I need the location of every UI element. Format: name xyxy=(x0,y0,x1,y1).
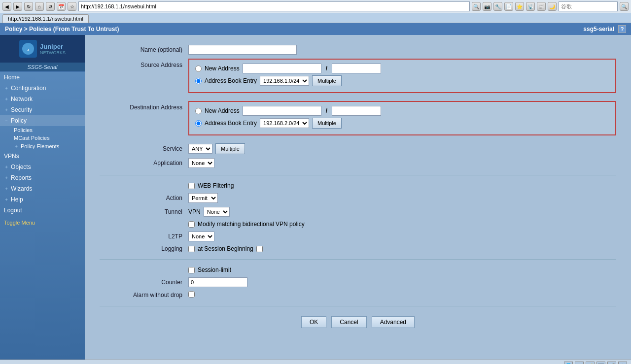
sidebar-item-policy-elements[interactable]: ＋ Policy Elements xyxy=(10,142,85,151)
sidebar-item-help[interactable]: ＋ Help xyxy=(0,194,85,205)
dest-new-ip-input[interactable] xyxy=(243,106,321,116)
source-address-book-radio[interactable] xyxy=(195,78,202,84)
web-filtering-label: WEB Filtering xyxy=(198,182,234,189)
dest-address-book-radio[interactable] xyxy=(195,120,202,127)
session-limit-control: Session-limit xyxy=(188,266,616,273)
dest-new-address-radio[interactable] xyxy=(195,108,202,114)
search-bar[interactable] xyxy=(559,1,618,11)
counter-label: Counter xyxy=(100,279,188,286)
browser-tab[interactable]: http://192.168.1.1/nswebui.html xyxy=(2,14,89,23)
source-address-book-row: Address Book Entry 192.168.1.0/24 Multip… xyxy=(195,75,609,86)
status-icon-5: 🎤 xyxy=(607,362,616,364)
toolbar-icon-5[interactable]: ⭐ xyxy=(515,2,524,11)
svg-text:J: J xyxy=(27,48,29,52)
modify-bidirectional-checkbox[interactable] xyxy=(188,221,195,228)
tab-bar: http://192.168.1.1/nswebui.html xyxy=(0,13,631,23)
alarm-row: Alarm without drop xyxy=(100,291,616,299)
reports-label: Reports xyxy=(11,174,32,181)
sidebar-item-reports[interactable]: ＋ Reports xyxy=(0,172,85,183)
application-select[interactable]: None xyxy=(188,158,214,168)
security-label: Security xyxy=(11,106,32,113)
counter-control xyxy=(188,277,616,287)
dest-multiple-button[interactable]: Multiple xyxy=(312,118,342,129)
service-select[interactable]: ANY xyxy=(188,144,212,154)
sidebar-item-mcast-policies[interactable]: MCast Policies xyxy=(10,134,85,142)
name-input[interactable] xyxy=(188,45,297,55)
toolbar-icon-3[interactable]: 🔧 xyxy=(493,2,502,11)
home-button[interactable]: ⌂ xyxy=(35,2,44,11)
toggle-menu-button[interactable]: Toggle Menu xyxy=(0,216,85,230)
sidebar-item-vpns[interactable]: VPNs xyxy=(0,151,85,162)
name-label: Name (optional) xyxy=(100,46,188,53)
toolbar-icon-2[interactable]: 📷 xyxy=(483,2,491,11)
sidebar-item-policies[interactable]: Policies xyxy=(10,126,85,134)
session-limit-label: Session-limit xyxy=(198,266,231,273)
policies-label: Policies xyxy=(14,127,33,133)
sidebar-item-objects[interactable]: ＋ Objects xyxy=(0,162,85,172)
logging-checkbox[interactable] xyxy=(188,246,195,252)
sidebar-item-logout[interactable]: Logout xyxy=(0,205,85,216)
dest-new-mask-input[interactable] xyxy=(332,106,381,116)
network-expand-icon: ＋ xyxy=(4,96,9,102)
history-button[interactable]: ↺ xyxy=(46,2,55,11)
device-name: ssg5-serial xyxy=(583,26,614,33)
mcast-label: MCast Policies xyxy=(14,135,50,141)
toolbar-icon-1[interactable]: 🔍 xyxy=(472,2,481,11)
source-new-mask-input[interactable] xyxy=(332,64,381,73)
service-multiple-button[interactable]: Multiple xyxy=(215,143,245,154)
logging-session-end-checkbox[interactable] xyxy=(256,246,263,252)
source-new-ip-input[interactable] xyxy=(243,64,321,73)
source-multiple-button[interactable]: Multiple xyxy=(312,75,342,86)
toolbar-icon-7[interactable]: 📰 xyxy=(537,2,546,11)
sidebar-item-home[interactable]: Home xyxy=(0,72,85,83)
toolbar-icon-4[interactable]: 📄 xyxy=(504,2,513,11)
help-label: Help xyxy=(11,196,23,203)
bookmark-star-icon[interactable]: ☆ xyxy=(68,2,76,11)
modify-bidirectional-row: Modify matching bidirectional VPN policy xyxy=(100,221,616,228)
status-bar: Edit 🌐 中 🌙 ⌨ 🎤 ⚙ xyxy=(0,360,631,364)
sidebar-item-configuration[interactable]: ＋ Configuration xyxy=(0,83,85,94)
toolbar-icon-6[interactable]: 📡 xyxy=(526,2,535,11)
web-filtering-checkbox[interactable] xyxy=(188,183,195,189)
cancel-button[interactable]: Cancel xyxy=(331,316,366,328)
source-address-book-select[interactable]: 192.168.1.0/24 xyxy=(260,76,309,86)
back-button[interactable]: ◀ xyxy=(2,2,11,11)
dest-address-book-select[interactable]: 192.168.2.0/24 xyxy=(260,118,309,128)
source-address-book-label: Address Book Entry xyxy=(205,77,257,84)
sidebar-item-network[interactable]: ＋ Network xyxy=(0,94,85,104)
alarm-checkbox[interactable] xyxy=(188,291,195,298)
dest-address-book-label: Address Book Entry xyxy=(205,120,257,127)
refresh-button[interactable]: ↻ xyxy=(24,2,33,11)
ok-button[interactable]: OK xyxy=(301,316,326,328)
tunnel-control: VPN None xyxy=(188,207,616,217)
session-limit-checkbox[interactable] xyxy=(188,267,195,273)
l2tp-select[interactable]: None xyxy=(188,232,214,241)
calendar-button[interactable]: 📅 xyxy=(57,2,66,11)
l2tp-label: L2TP xyxy=(100,233,188,240)
application-label: Application xyxy=(100,160,188,166)
name-control xyxy=(188,45,616,55)
policy-elements-label: Policy Elements xyxy=(21,143,59,149)
forward-button[interactable]: ▶ xyxy=(13,2,22,11)
status-icon-3: 🌙 xyxy=(586,362,595,364)
application-row: Application None xyxy=(100,158,616,168)
logout-label: Logout xyxy=(4,207,22,214)
address-bar[interactable] xyxy=(78,1,470,11)
vpn-select[interactable]: None xyxy=(204,207,230,217)
counter-input[interactable] xyxy=(188,277,247,287)
action-row: Action Permit Deny Reject Tunnel xyxy=(100,193,616,203)
source-new-address-radio[interactable] xyxy=(195,66,202,72)
toolbar-icon-8[interactable]: 🌙 xyxy=(548,2,557,11)
status-right: 🌐 中 🌙 ⌨ 🎤 ⚙ xyxy=(564,362,627,364)
advanced-button[interactable]: Advanced xyxy=(372,316,415,328)
l2tp-row: L2TP None xyxy=(100,232,616,241)
sidebar-item-security[interactable]: ＋ Security xyxy=(0,104,85,115)
source-address-label: Source Address xyxy=(100,62,188,68)
action-select[interactable]: Permit Deny Reject Tunnel xyxy=(188,193,218,203)
search-button[interactable]: 🔍 xyxy=(620,2,629,11)
sidebar-item-policy[interactable]: － Policy xyxy=(0,115,85,126)
sidebar-item-wizards[interactable]: ＋ Wizards xyxy=(0,183,85,194)
help-button[interactable]: ? xyxy=(618,25,626,33)
status-icon-1: 🌐 xyxy=(564,362,573,364)
objects-expand-icon: ＋ xyxy=(4,164,9,170)
